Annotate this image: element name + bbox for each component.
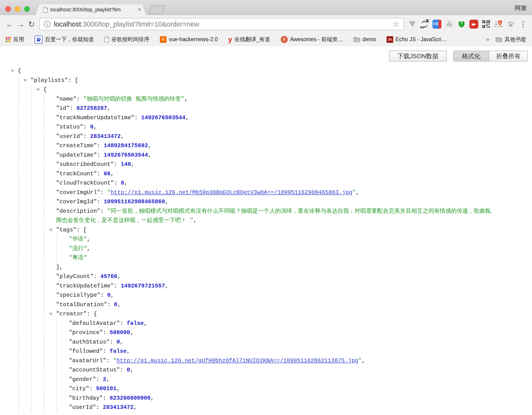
- fast-forward-icon[interactable]: ▶▶: [469, 19, 479, 29]
- html5-player-icon[interactable]: 5 PLAYER: [494, 19, 503, 29]
- youdao-translate-icon[interactable]: 英 en: [420, 19, 429, 29]
- json-line: "city": 500101,: [0, 384, 532, 394]
- json-token: "name": [56, 96, 76, 102]
- json-token: :: [103, 395, 110, 401]
- bookmark-demo[interactable]: demo: [353, 36, 376, 43]
- json-token: {: [43, 86, 47, 93]
- bookmark-echojs[interactable]: JS Echo JS - JavaScri…: [387, 36, 447, 43]
- collapse-all-button[interactable]: 折叠所有: [489, 51, 528, 61]
- browser-tab[interactable]: localhost:3000/top_playlist?lim ×: [36, 4, 146, 15]
- json-line: "coverImgUrl": "http://p1.music.126.net/…: [0, 188, 532, 197]
- bookmark-baidu[interactable]: 百度一下，你就知道: [35, 36, 94, 44]
- json-line: "流行",: [0, 244, 532, 253]
- bookmark-youdao[interactable]: y 在线翻译_有道: [228, 36, 270, 43]
- back-icon[interactable]: ←: [4, 19, 15, 29]
- vue-devtools-icon[interactable]: [408, 19, 417, 29]
- bookmark-star-icon[interactable]: ☆: [393, 20, 399, 29]
- indent-guide: [44, 309, 44, 319]
- shield-t-icon[interactable]: T: [457, 19, 466, 29]
- bookmarks-overflow-chevron[interactable]: »: [486, 36, 489, 43]
- json-token: "accountStatus": [69, 367, 120, 373]
- indent-guide: [18, 328, 19, 338]
- reload-icon[interactable]: ↻: [26, 19, 37, 29]
- json-token: :: [100, 189, 107, 196]
- json-link[interactable]: http://p1.music.126.net/gUfH0bhzOfAl71NU…: [117, 357, 359, 364]
- json-link[interactable]: http://p1.music.126.net/Mb59p30BpEQLcBQe…: [110, 189, 352, 196]
- json-line: "userId": 283413472,: [0, 403, 532, 412]
- json-token: ,: [165, 283, 168, 289]
- bookmark-google-sort[interactable]: 谷歌按时间排序: [104, 36, 149, 43]
- indent-guide: [44, 188, 44, 197]
- json-token: "trackNumberUpdateTime": [56, 115, 134, 121]
- indent-guide: [44, 113, 44, 123]
- json-token: :: [96, 376, 103, 383]
- indent-guide: [57, 347, 57, 356]
- indent-guide: [31, 197, 31, 207]
- indent-guide: [57, 365, 57, 375]
- browser-menu-icon[interactable]: [518, 19, 528, 29]
- indent-guide: [31, 384, 31, 394]
- address-bar[interactable]: i localhost:3000/top_playlist?limit=10&o…: [39, 18, 404, 30]
- bookmark-apps[interactable]: 应用: [6, 36, 24, 43]
- indent-guide: [44, 272, 44, 281]
- collapse-toggle-icon[interactable]: [49, 229, 53, 232]
- json-token: 627258287: [76, 105, 107, 111]
- json-line: "id": 627258287,: [0, 104, 532, 113]
- page-content: 下载JSON数据 格式化 折叠所有 {"playlists": [{"name"…: [0, 46, 532, 415]
- minimize-window-button[interactable]: [15, 6, 20, 12]
- collapse-toggle-icon[interactable]: [23, 79, 27, 82]
- json-token: :: [114, 161, 121, 167]
- zoom-window-button[interactable]: [24, 6, 30, 12]
- bookmark-awesomes[interactable]: A Awesomes - 前端资…: [281, 36, 343, 43]
- indent-guide: [31, 207, 31, 216]
- tab-close-icon[interactable]: ×: [136, 6, 143, 13]
- indent-guide: [44, 234, 44, 244]
- forward-icon[interactable]: →: [15, 19, 26, 29]
- json-line: "playCount": 45766,: [0, 272, 532, 281]
- json-token: :: [134, 115, 141, 121]
- json-line: {: [0, 66, 532, 76]
- json-line: 围也会发生变化，是不是这样呢，一起感受一下吧！ ",: [0, 216, 532, 225]
- indent-guide: [18, 132, 19, 141]
- indent-guide: [31, 225, 31, 235]
- bookmark-vue-hackernews[interactable]: V vue-hackernews-2.0: [160, 36, 218, 43]
- json-token: :: [106, 357, 113, 364]
- json-token: ,: [185, 115, 189, 121]
- qr-code-icon[interactable]: [481, 19, 491, 29]
- json-viewer: {"playlists": [{"name": "独唱与对唱的切换 氛围与情感的…: [0, 46, 532, 412]
- json-token: "trackUpdateTime": [56, 283, 114, 289]
- indent-guide: [18, 178, 19, 188]
- new-tab-button[interactable]: [148, 5, 166, 14]
- fe-extension-icon[interactable]: FE: [432, 19, 442, 29]
- format-button[interactable]: 格式化: [454, 51, 489, 61]
- indent-guide: [18, 263, 19, 272]
- json-token: :: [114, 180, 121, 186]
- indent-guide: [44, 160, 44, 169]
- profile-name[interactable]: 阿发: [515, 4, 527, 12]
- indent-guide: [18, 160, 19, 169]
- json-line: "coverImgId": 109951162908465860,: [0, 197, 532, 207]
- json-token: ,: [356, 189, 359, 196]
- json-token: ": [107, 189, 110, 196]
- json-token: ,: [107, 105, 110, 111]
- collapse-toggle-icon[interactable]: [49, 313, 53, 315]
- sitemap-icon[interactable]: [445, 19, 454, 29]
- json-token: ,: [87, 236, 90, 242]
- youdao-y-icon: y: [228, 36, 232, 43]
- traffic-lights: [5, 6, 30, 12]
- indent-guide: [31, 253, 31, 263]
- json-token: "description": [56, 208, 100, 214]
- page-info-icon[interactable]: i: [44, 21, 51, 28]
- download-json-button[interactable]: 下载JSON数据: [389, 51, 447, 61]
- paw-icon[interactable]: [506, 19, 515, 29]
- collapse-toggle-icon[interactable]: [36, 88, 40, 91]
- bookmark-others-folder[interactable]: 其他书签: [496, 36, 526, 43]
- indent-guide: [31, 290, 31, 300]
- indent-guide: [31, 151, 31, 160]
- indent-guide: [31, 85, 31, 94]
- json-line: {: [0, 85, 532, 94]
- indent-guide: [44, 141, 44, 151]
- collapse-toggle-icon[interactable]: [11, 70, 14, 72]
- close-window-button[interactable]: [5, 6, 11, 12]
- indent-guide: [31, 244, 31, 253]
